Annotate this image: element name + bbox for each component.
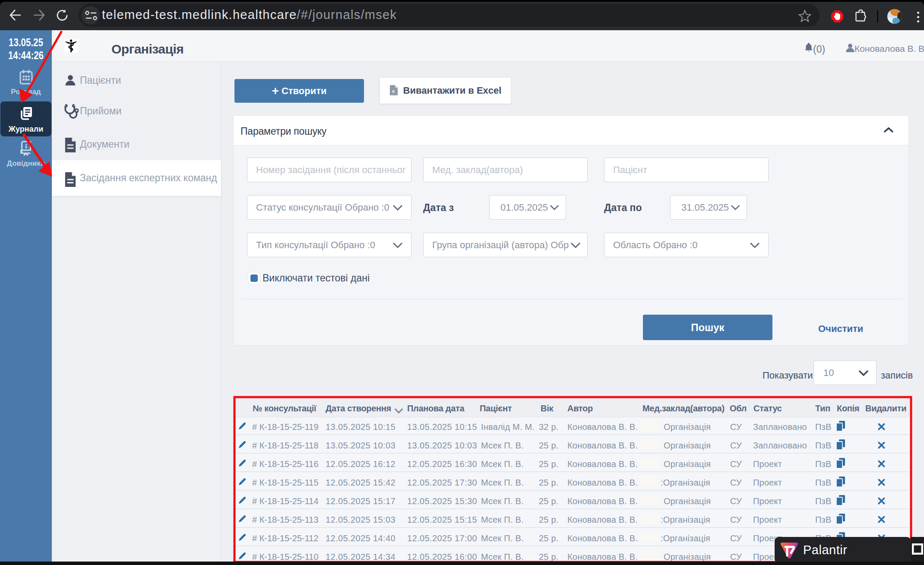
svg-text:x: x	[392, 88, 395, 94]
